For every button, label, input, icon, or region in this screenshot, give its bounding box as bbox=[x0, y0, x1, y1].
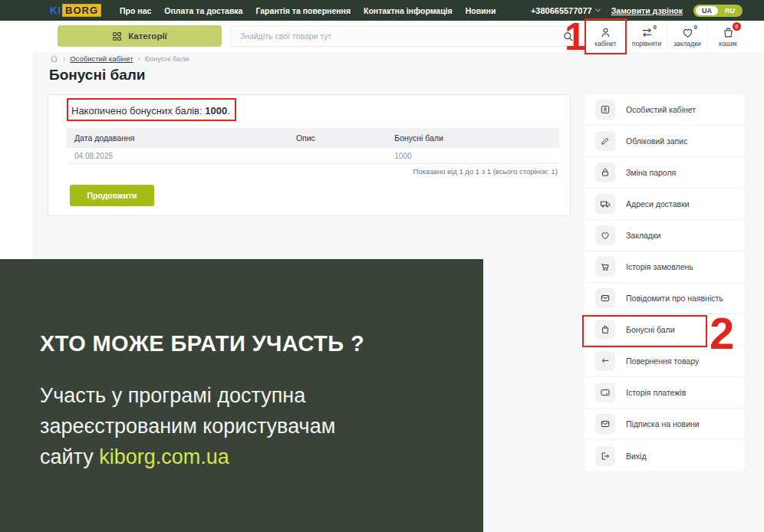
grid-icon bbox=[112, 31, 122, 41]
sidebar-item-label: Адреси доставки bbox=[626, 199, 690, 209]
sidebar-item-order-history[interactable]: Історія замовлень bbox=[585, 251, 744, 283]
logo-borg: BORG bbox=[62, 4, 101, 17]
wishlist-button[interactable]: 0 закладки bbox=[667, 21, 707, 52]
payment-icon bbox=[595, 383, 615, 402]
breadcrumb: › Особистий кабінет › Бонусні бали bbox=[50, 54, 189, 63]
sidebar-item-label: Закладки bbox=[626, 231, 660, 240]
sidebar-item-bonus-points[interactable]: Бонусні бали bbox=[585, 314, 744, 346]
sidebar-item-label: Вихід bbox=[626, 452, 647, 461]
categories-label: Категорії bbox=[128, 31, 167, 41]
language-switcher: UA RU bbox=[693, 5, 743, 17]
cell-points: 1000 bbox=[387, 152, 559, 160]
breadcrumb-separator: › bbox=[138, 54, 140, 63]
column-header-date: Дата додавання bbox=[67, 133, 288, 143]
cell-date: 04.08.2025 bbox=[67, 152, 288, 160]
bonus-summary: Накопичено бонусних балів: 1000. bbox=[71, 105, 230, 117]
bag-icon bbox=[595, 320, 615, 340]
callback-link[interactable]: Замовити дзвінок bbox=[611, 6, 683, 15]
bonus-table-header: Дата додавання Опис Бонусні бали bbox=[67, 128, 559, 148]
wishlist-count-badge: 0 bbox=[694, 24, 697, 31]
nav-warranty-returns[interactable]: Гарантія та повернення bbox=[255, 6, 351, 15]
column-header-description: Опис bbox=[288, 133, 387, 143]
table-row: 04.08.2025 1000 bbox=[67, 148, 559, 164]
cart-label: кошик bbox=[719, 40, 737, 48]
column-header-points: Бонусні бали bbox=[387, 133, 559, 143]
logout-icon bbox=[595, 446, 615, 466]
site-link[interactable]: kiborg.com.ua bbox=[99, 445, 229, 468]
promo-body: Участь у програмі доступна зареєстровани… bbox=[40, 380, 335, 472]
sidebar-item-account[interactable]: Обліковий запис bbox=[585, 126, 744, 157]
id-card-icon bbox=[595, 100, 615, 120]
sidebar-item-personal-cabinet[interactable]: Особистий кабінет bbox=[585, 94, 744, 126]
lang-ua-button[interactable]: UA bbox=[696, 6, 718, 15]
heart-icon bbox=[595, 225, 615, 245]
bonus-table: Дата додавання Опис Бонусні бали 04.08.2… bbox=[67, 128, 559, 164]
sidebar-item-returns[interactable]: Повернення товару bbox=[585, 346, 744, 377]
sidebar-item-label: Особистий кабінет bbox=[626, 105, 696, 114]
nav-contact-info[interactable]: Контактна інформація bbox=[364, 6, 453, 15]
nav-news[interactable]: Новини bbox=[466, 6, 496, 15]
page-title: Бонусні бали bbox=[49, 67, 146, 84]
logo[interactable]: KIBORG bbox=[50, 4, 101, 17]
page: KIBORG Про нас Оплата та доставка Гарант… bbox=[0, 0, 764, 532]
mail-icon bbox=[595, 288, 615, 308]
bonus-card: Накопичено бонусних балів: 1000. Дата до… bbox=[48, 94, 571, 216]
user-icon bbox=[599, 26, 612, 39]
compare-button[interactable]: 0 порівняти bbox=[626, 21, 667, 52]
sidebar-item-label: Повернення товару bbox=[626, 356, 699, 366]
breadcrumb-link-cabinet[interactable]: Особистий кабінет bbox=[70, 54, 133, 63]
account-label: кабінет bbox=[594, 40, 616, 48]
nav-payment-delivery[interactable]: Оплата та доставка bbox=[164, 6, 242, 15]
nav-about[interactable]: Про нас bbox=[120, 6, 151, 15]
sidebar-item-stock-notify[interactable]: Повідомити про наявність bbox=[585, 283, 744, 314]
return-icon bbox=[595, 351, 615, 371]
pencil-icon bbox=[595, 131, 615, 151]
breadcrumb-separator: › bbox=[63, 54, 65, 63]
header-actions: кабінет 0 порівняти 0 закладки bbox=[585, 21, 748, 52]
sidebar-item-label: Обліковий запис bbox=[626, 136, 687, 146]
sidebar-item-addresses[interactable]: Адреси доставки bbox=[585, 189, 744, 220]
promo-overlay: ХТО МОЖЕ БРАТИ УЧАСТЬ ? Участь у програм… bbox=[0, 259, 483, 532]
sidebar-item-label: Історія платежів bbox=[626, 388, 686, 397]
search-icon[interactable] bbox=[561, 30, 575, 43]
lang-ru-button[interactable]: RU bbox=[720, 6, 740, 15]
search-input[interactable] bbox=[231, 26, 553, 46]
sidebar-item-label: Підписка на новини bbox=[626, 419, 700, 429]
sidebar-item-newsletter[interactable]: Підписка на новини bbox=[585, 409, 744, 440]
sidebar-item-wishlist[interactable]: Закладки bbox=[585, 220, 744, 251]
topbar-right: +380665577077 Замовити дзвінок UA RU bbox=[531, 5, 743, 17]
sidebar-item-logout[interactable]: Вихід bbox=[585, 440, 744, 471]
phone-number[interactable]: +380665577077 bbox=[531, 6, 601, 15]
sidebar-item-label: Історія замовлень bbox=[626, 262, 693, 271]
search-bar bbox=[230, 25, 580, 47]
sidebar-item-label: Зміна пароля bbox=[626, 168, 676, 177]
lock-icon bbox=[595, 163, 615, 182]
cart-button[interactable]: 0 кошик bbox=[707, 21, 748, 52]
breadcrumb-current: Бонусні бали bbox=[145, 54, 189, 63]
subheader: Категорії кабінет 0 bbox=[0, 21, 764, 52]
cart-icon bbox=[595, 257, 615, 277]
account-sidebar: Особистий кабінет Обліковий запис Зміна … bbox=[585, 94, 744, 471]
compare-icon bbox=[641, 26, 654, 39]
wishlist-label: закладки bbox=[673, 40, 701, 48]
compare-count-badge: 0 bbox=[654, 24, 657, 31]
pagination-status: Показано від 1 до 1 з 1 (всього сторінок… bbox=[413, 167, 558, 176]
logo-ki: KI bbox=[50, 5, 61, 16]
cart-count-badge: 0 bbox=[733, 22, 741, 31]
sidebar-item-payment-history[interactable]: Історія платежів bbox=[585, 377, 744, 409]
sidebar-item-password[interactable]: Зміна пароля bbox=[585, 157, 744, 189]
bonus-summary-value: 1000 bbox=[205, 105, 227, 117]
truck-icon bbox=[595, 194, 615, 214]
continue-button[interactable]: Продовжити bbox=[70, 185, 154, 206]
categories-button[interactable]: Категорії bbox=[58, 25, 222, 47]
phone-label: +380665577077 bbox=[531, 6, 592, 15]
sidebar-item-label: Повідомити про наявність bbox=[626, 294, 723, 303]
compare-label: порівняти bbox=[632, 40, 661, 48]
sidebar-item-label: Бонусні бали bbox=[626, 325, 675, 334]
home-icon[interactable] bbox=[50, 54, 58, 63]
promo-heading: ХТО МОЖЕ БРАТИ УЧАСТЬ ? bbox=[40, 331, 364, 356]
top-nav: Про нас Оплата та доставка Гарантія та п… bbox=[120, 6, 496, 15]
topbar: KIBORG Про нас Оплата та доставка Гарант… bbox=[0, 0, 764, 21]
account-button[interactable]: кабінет bbox=[585, 21, 626, 52]
heart-icon bbox=[681, 26, 694, 39]
